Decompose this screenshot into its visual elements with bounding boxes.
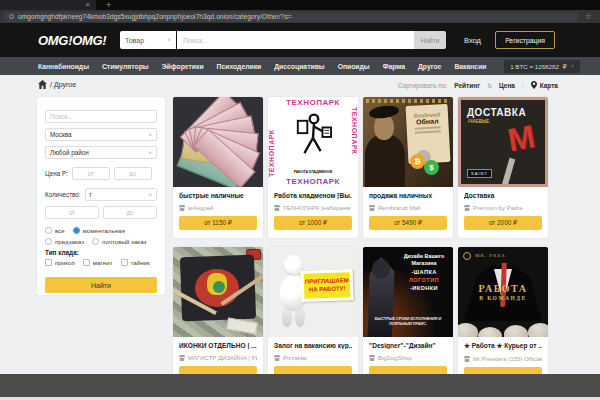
product-price-button[interactable]: от 2000 ₽: [464, 216, 542, 230]
stash-option-magnet[interactable]: магнит: [83, 259, 113, 266]
art-text: ЛОГОТИП: [397, 277, 451, 283]
product-seller[interactable]: юАндрей: [179, 205, 257, 211]
site-logo[interactable]: OMG!OMG!: [38, 33, 106, 48]
product-title[interactable]: Доставка: [464, 192, 542, 199]
url-text[interactable]: omgomgnghdfpkneeg74kmob3dgs5xugjdbhpq2on…: [18, 13, 292, 20]
login-link[interactable]: Вход: [464, 36, 481, 45]
product-title[interactable]: продажа наличных: [369, 192, 447, 199]
product-seller[interactable]: Mr.President (155) Official: [464, 356, 542, 362]
btc-rate-widget[interactable]: 1 BTC = 1268282 ₽ ˅: [504, 60, 580, 73]
product-image: [173, 247, 263, 337]
product-seller[interactable]: Rembrandt Mall: [369, 205, 447, 211]
product-seller[interactable]: Premium by Padre: [464, 205, 542, 211]
product-card[interactable]: MR. PRES. РАБОТА В КОМАНДЕ ★ Работа ★ Ку…: [458, 247, 548, 388]
quantity-from-input[interactable]: [45, 206, 99, 219]
district-select[interactable]: Любой район ˅: [45, 146, 157, 159]
figure-art: [372, 259, 390, 279]
sort-by-rating[interactable]: Рейтинг: [454, 82, 480, 89]
radio-icon[interactable]: [45, 227, 52, 234]
product-title[interactable]: "Designer"-"Дизайн": [369, 342, 447, 349]
stash-option-label: магнит: [93, 259, 113, 266]
radio-checked-icon[interactable]: [73, 227, 80, 234]
shop-icon: [464, 356, 470, 362]
filter-search-input[interactable]: [45, 110, 157, 123]
quantity-label: Количество:: [45, 191, 81, 198]
quantity-unit-select[interactable]: г ˅: [85, 188, 157, 201]
sort-arrows-icon[interactable]: ⇅: [487, 82, 492, 89]
delivery-option-instant[interactable]: моментальная: [73, 227, 125, 234]
product-seller[interactable]: МАГИСТР ДИЗАЙНА | РИ...: [179, 355, 257, 361]
checkbox-icon[interactable]: [45, 259, 52, 266]
new-tab-icon[interactable]: +: [106, 0, 111, 10]
product-seller[interactable]: BigDogShop: [369, 355, 447, 361]
delivery-option-preorder[interactable]: предзаказ: [45, 238, 84, 245]
quantity-to-input[interactable]: [103, 206, 157, 219]
nav-item-vacancies[interactable]: Вакансии: [454, 63, 486, 70]
site-identity-icon[interactable]: [9, 14, 14, 19]
product-title[interactable]: Работа кладменом [Вы...: [274, 192, 352, 199]
product-card[interactable]: быстрые наличные юАндрей от 1150 ₽: [173, 97, 263, 238]
delivery-option-mail[interactable]: почтовый заказ: [92, 238, 146, 245]
art-text: -ИКОНКИ: [397, 285, 451, 291]
price-to-input[interactable]: [114, 167, 152, 180]
url-field[interactable]: omgomgnghdfpkneeg74kmob3dgs5xugjdbhpq2on…: [4, 12, 578, 22]
nav-item-pharma[interactable]: Фарма: [383, 63, 405, 70]
product-price-button[interactable]: от 1150 ₽: [179, 216, 257, 230]
product-card[interactable]: ДОСТАВКА /ЧАЕВЫЕ М SAINT Доставка Premiu…: [458, 97, 548, 238]
nav-item-stimulants[interactable]: Стимуляторы: [102, 63, 149, 70]
shop-icon: [274, 355, 280, 361]
product-title[interactable]: быстрые наличные: [179, 192, 257, 199]
product-price-button[interactable]: от 5490 ₽: [369, 216, 447, 230]
art-text: Обнал: [406, 117, 448, 126]
product-title[interactable]: Залог на вакансию кур...: [274, 342, 352, 349]
bitcoin-icon: ₿: [410, 154, 425, 169]
sort-by-price[interactable]: Цена: [499, 82, 515, 89]
product-card[interactable]: Дизайн Вашего Магазина -ШАПКА ЛОГОТИП -И…: [363, 247, 453, 388]
browser-tab[interactable]: ×: [0, 0, 96, 10]
product-seller[interactable]: PizzaHat: [274, 355, 352, 361]
product-type-select[interactable]: Товар ˅: [120, 31, 176, 49]
nav-item-other[interactable]: Другое: [418, 63, 441, 70]
checkbox-icon[interactable]: [83, 259, 90, 266]
divider: |: [522, 82, 524, 89]
checkbox-icon[interactable]: [121, 259, 128, 266]
stash-type-label: Тип клада:: [45, 249, 157, 256]
map-button[interactable]: Карта: [531, 81, 558, 89]
price-from-input[interactable]: [72, 167, 110, 180]
search-input[interactable]: [177, 31, 414, 49]
art-decoration: [213, 281, 225, 293]
breadcrumb[interactable]: / Другое: [50, 81, 76, 88]
radio-icon[interactable]: [92, 238, 99, 245]
nav-item-psychedelics[interactable]: Психоделики: [217, 63, 262, 70]
nav-item-dissociatives[interactable]: Диссоциативы: [274, 63, 324, 70]
stash-option-label: тайник: [131, 259, 150, 266]
nav-item-cannabinoids[interactable]: Каннабиноиды: [38, 63, 89, 70]
taskbar[interactable]: [0, 374, 600, 397]
apply-filters-button[interactable]: Найти: [45, 277, 157, 293]
product-card[interactable]: ИКОНКИ ОТДЕЛЬНО | ... МАГИСТР ДИЗАЙНА | …: [173, 247, 263, 388]
search-button[interactable]: Найти: [414, 31, 446, 49]
art-text: В КОМАНДЕ: [458, 295, 548, 301]
stash-option-hidden[interactable]: тайник: [121, 259, 150, 266]
art-decoration: [415, 126, 441, 129]
home-icon[interactable]: [38, 80, 47, 89]
product-price-button[interactable]: от 1000 ₽: [274, 216, 352, 230]
product-seller[interactable]: ТЕХНОПАРК [набираем к...: [274, 205, 352, 211]
product-image: ДОСТАВКА /ЧАЕВЫЕ М SAINT: [458, 97, 548, 187]
register-button[interactable]: Регистрация: [495, 31, 555, 49]
stash-option-buried[interactable]: прикоп: [45, 259, 75, 266]
delivery-option-all[interactable]: все: [45, 227, 65, 234]
product-title[interactable]: ИКОНКИ ОТДЕЛЬНО | ...: [179, 342, 257, 349]
product-card[interactable]: ПРИГЛАШАЕМ НА РАБОТУ! Залог на вакансию …: [268, 247, 358, 388]
city-select[interactable]: Москва ˅: [45, 128, 157, 141]
product-card[interactable]: Rembrandt Обнал ₿ $ продажа наличных Rem…: [363, 97, 453, 238]
delivery-option-label: все: [55, 227, 65, 234]
product-card[interactable]: ТЕХНОПАРК ТЕХНОПАРК ТЕХНОПАРК ТЕХНОПАРК …: [268, 97, 358, 238]
nav-item-euphoretics[interactable]: Эйфоретики: [162, 63, 204, 70]
close-tab-icon[interactable]: ×: [85, 0, 90, 10]
bookmark-star-icon[interactable]: ☆: [585, 12, 592, 22]
art-text: ТЕХНОПАРК: [268, 98, 358, 107]
product-title[interactable]: ★ Работа ★ Курьер от ...: [464, 342, 542, 350]
nav-item-opioids[interactable]: Опиоиды: [338, 63, 370, 70]
radio-icon[interactable]: [45, 238, 52, 245]
